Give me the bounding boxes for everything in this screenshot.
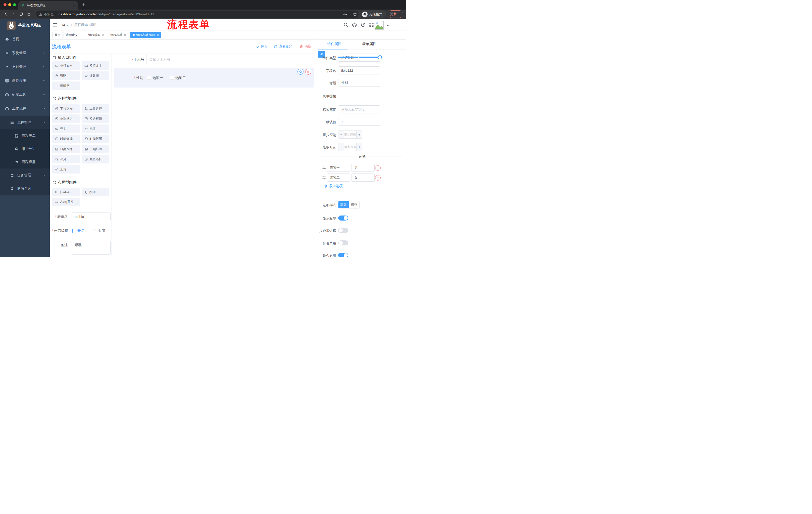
remove-option1-button[interactable] [375,165,381,171]
reload-icon[interactable] [19,12,23,16]
password-key-icon[interactable] [343,12,347,16]
sidebar-item-task-management[interactable]: 任务管理 [0,168,50,182]
tag-tab-home[interactable]: 首页 [52,32,63,38]
sidebar-item-system[interactable]: 系统管理 [0,46,50,60]
tab-component-props[interactable]: 组件属性 [327,42,342,46]
status-on-label[interactable]: 开启 [77,229,84,232]
form-name-input[interactable] [71,212,111,221]
browser-update-button[interactable]: 更新 [388,10,403,18]
gender-option1-checkbox[interactable] [147,76,151,80]
search-icon[interactable] [343,22,348,27]
close-icon[interactable] [79,34,82,36]
copy-component-button[interactable] [297,69,303,75]
browser-tab[interactable]: 芋道管理系统 [18,1,78,9]
show-label-toggle[interactable] [338,216,348,220]
selected-component-gender[interactable]: *性别 选项一 选项二 [114,68,314,87]
status-off-radio[interactable] [93,229,96,232]
save-button[interactable]: 保存 [256,44,268,49]
palette-item-counter[interactable]: 123计数器 [82,72,109,80]
palette-item-time-picker[interactable]: 时间选择 [52,135,80,143]
max-select-stepper[interactable]: − 最多可选 + [338,143,362,151]
tag-tab-process-form[interactable]: 流程表单 [108,32,128,38]
question-icon[interactable] [361,22,366,27]
palette-item-single-text[interactable]: 单行文本 [52,61,80,70]
border-toggle[interactable] [338,228,348,233]
github-icon[interactable] [352,22,357,27]
home-icon[interactable] [27,12,31,16]
sidebar-item-process-model[interactable]: 流程模型 [0,155,50,168]
palette-item-table[interactable]: 表格[开发中] [52,198,80,206]
min-select-stepper[interactable]: − 至少应选 + [338,131,362,139]
palette-item-button[interactable]: 按钮 [82,188,109,196]
close-icon[interactable] [157,34,159,36]
sidebar-item-process-management[interactable]: 流程管理 [0,116,50,129]
palette-item-slider[interactable]: 滑块 [82,125,109,133]
view-json-button[interactable]: 查看json [274,44,292,49]
option2-value-input[interactable] [351,173,375,182]
window-close-button[interactable] [3,3,6,6]
status-off-label[interactable]: 关闭 [98,229,105,232]
phone-input[interactable] [146,55,312,64]
status-on-radio[interactable] [72,228,72,233]
drag-handle-icon[interactable] [322,166,326,170]
gender-option2-label[interactable]: 选项二 [175,76,186,79]
palette-item-select[interactable]: 下拉选择 [52,104,80,113]
sidebar-item-workflow[interactable]: 工作流程 [0,101,50,116]
not-secure-warning-icon[interactable] [39,12,42,16]
style-button-button[interactable]: 按钮 [349,201,359,208]
breadcrumb-home[interactable]: 首页 [62,23,69,27]
sidebar-item-payment[interactable]: ¥ 支付管理 [0,60,50,74]
gender-option1-label[interactable]: 选项一 [152,76,163,79]
palette-item-multi-text[interactable]: 多行文本 [82,61,109,70]
tab-close-icon[interactable] [73,4,76,7]
palette-item-password[interactable]: 密码 [52,72,80,80]
back-icon[interactable] [3,12,8,16]
palette-item-checkbox-group[interactable]: 多选框组 [82,114,109,123]
palette-item-radio-group[interactable]: 单选框组 [52,114,80,123]
slider-handle[interactable] [378,55,382,59]
palette-item-color-picker[interactable]: 颜色选择 [82,155,109,163]
bookmark-star-icon[interactable] [353,12,357,16]
palette-item-cascader[interactable]: 级联选择 [82,104,109,113]
avatar[interactable] [374,20,384,30]
drag-handle-icon[interactable] [322,175,326,180]
palette-item-date-picker[interactable]: 日期选择 [52,145,80,154]
minus-button[interactable]: − [339,143,344,151]
close-icon[interactable] [102,34,104,36]
disabled-toggle[interactable] [338,240,348,245]
field-name-input[interactable] [338,66,380,75]
tag-tab-process-model[interactable]: 流程模型 [86,32,106,38]
plus-button[interactable]: + [356,143,362,151]
option1-value-input[interactable] [351,164,375,172]
window-minimize-button[interactable] [8,3,11,6]
palette-item-date-range[interactable]: 日期范围 [82,145,109,154]
window-zoom-button[interactable] [13,3,16,6]
title-input[interactable] [338,79,380,87]
palette-item-upload[interactable]: 上传 [52,165,80,173]
minus-button[interactable]: − [339,131,344,138]
tab-form-props[interactable]: 表单属性 [362,42,376,46]
palette-item-switch[interactable]: 开关 [52,125,80,133]
remove-option2-button[interactable] [375,175,381,181]
clear-button[interactable]: 清空 [299,44,312,49]
form-grid-slider[interactable] [338,55,381,59]
sidebar-item-home[interactable]: 首页 [0,32,50,46]
style-default-button[interactable]: 默认 [339,201,349,208]
close-icon[interactable] [124,34,126,36]
required-toggle[interactable] [338,253,348,257]
forward-icon[interactable] [11,12,16,16]
sidebar-item-process-form[interactable]: 流程表单 [0,129,50,142]
default-value-input[interactable] [338,118,380,126]
palette-item-rate[interactable]: 评分 [52,155,80,163]
avatar-caret-down-icon[interactable] [386,24,389,27]
fullscreen-icon[interactable] [369,22,374,27]
plus-button[interactable]: + [356,131,362,138]
palette-item-time-range[interactable]: 时间范围 [82,135,109,143]
address-bar[interactable]: 不安全 dashboard.yudao.iocoder.cn /bpm/mana… [36,10,358,18]
palette-item-editor[interactable]: 编辑器 [52,81,80,90]
delete-component-button[interactable] [305,69,311,75]
sidebar-item-user-group[interactable]: 用户分组 [0,142,50,155]
browser-menu-icon[interactable] [398,12,401,16]
palette-item-row-container[interactable]: 行容器 [52,188,80,196]
sidebar-item-leave-query[interactable]: 请假查询 [0,182,50,195]
